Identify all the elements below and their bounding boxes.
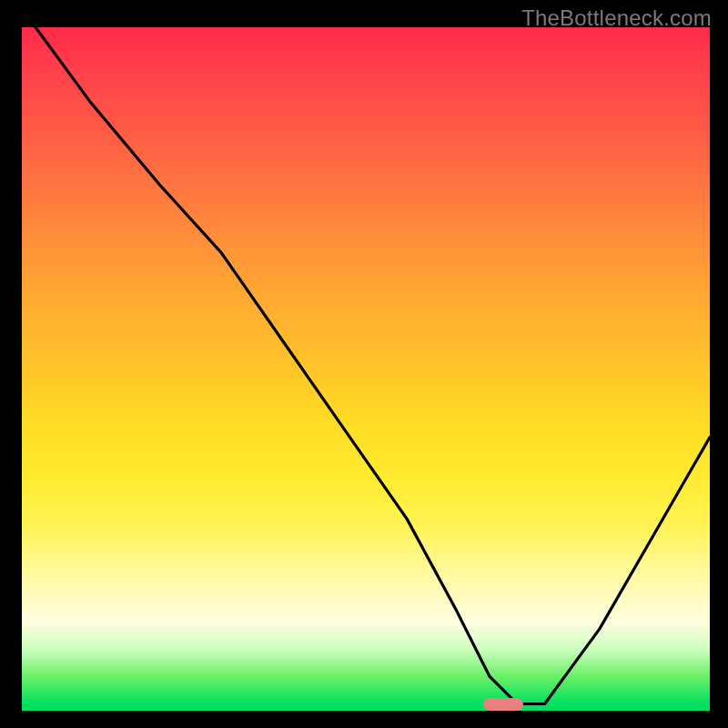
bottleneck-curve (18, 27, 710, 714)
chart-frame (18, 27, 710, 714)
optimal-marker (483, 698, 523, 711)
